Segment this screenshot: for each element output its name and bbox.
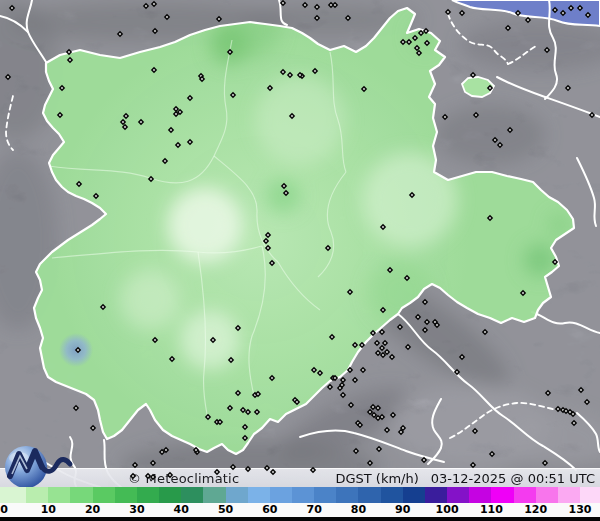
weather-map-app: © Meteoclimatic DGST (km/h)03-12-2025 @ … bbox=[0, 0, 600, 521]
scale-segment bbox=[514, 487, 537, 503]
scale-segment bbox=[26, 487, 49, 503]
scale-tick-110: 110 bbox=[480, 503, 503, 517]
bottom-black-bar bbox=[0, 517, 600, 521]
timestamp-label: 03-12-2025 @ 00:51 UTC bbox=[431, 471, 595, 486]
scale-tick-40: 40 bbox=[174, 503, 189, 517]
scale-segment bbox=[270, 487, 293, 503]
scale-segment bbox=[93, 487, 116, 503]
gust-color-scale bbox=[0, 487, 600, 503]
scale-segment bbox=[336, 487, 359, 503]
scale-segment bbox=[137, 487, 160, 503]
scale-segment bbox=[181, 487, 204, 503]
scale-segment bbox=[491, 487, 514, 503]
scale-segment bbox=[558, 487, 581, 503]
scale-tick-10: 10 bbox=[41, 503, 56, 517]
attribution-text: © Meteoclimatic bbox=[128, 471, 239, 486]
scale-segment bbox=[447, 487, 470, 503]
scale-tick-130: 130 bbox=[569, 503, 592, 517]
scale-tick-50: 50 bbox=[218, 503, 233, 517]
scale-tick-100: 100 bbox=[436, 503, 459, 517]
scale-segment bbox=[403, 487, 426, 503]
scale-tick-80: 80 bbox=[351, 503, 366, 517]
high-gust-spot bbox=[59, 333, 93, 367]
scale-segment bbox=[536, 487, 559, 503]
scale-tick-90: 90 bbox=[395, 503, 410, 517]
scale-segment bbox=[292, 487, 315, 503]
scale-tick-60: 60 bbox=[262, 503, 277, 517]
enclave-trevino bbox=[462, 77, 494, 97]
scale-segment bbox=[248, 487, 271, 503]
scale-tick-20: 20 bbox=[85, 503, 100, 517]
map-readout: DGST (km/h)03-12-2025 @ 00:51 UTC bbox=[335, 471, 595, 486]
scale-segment bbox=[425, 487, 448, 503]
scale-tick-70: 70 bbox=[306, 503, 321, 517]
scale-tick-120: 120 bbox=[524, 503, 547, 517]
scale-segment bbox=[314, 487, 337, 503]
variable-label: DGST (km/h) bbox=[335, 471, 418, 486]
scale-tick-labels: 0102030405060708090100110120130 bbox=[0, 503, 600, 517]
scale-segment bbox=[115, 487, 138, 503]
scale-segment bbox=[358, 487, 381, 503]
scale-tick-0: 0 bbox=[0, 503, 8, 517]
scale-segment bbox=[469, 487, 492, 503]
scale-segment bbox=[70, 487, 93, 503]
scale-segment bbox=[226, 487, 249, 503]
scale-segment bbox=[381, 487, 404, 503]
scale-segment bbox=[48, 487, 71, 503]
scale-segment bbox=[0, 487, 27, 503]
scale-segment bbox=[159, 487, 182, 503]
scale-segment bbox=[203, 487, 226, 503]
scale-tick-30: 30 bbox=[129, 503, 144, 517]
scale-segment bbox=[580, 487, 600, 503]
